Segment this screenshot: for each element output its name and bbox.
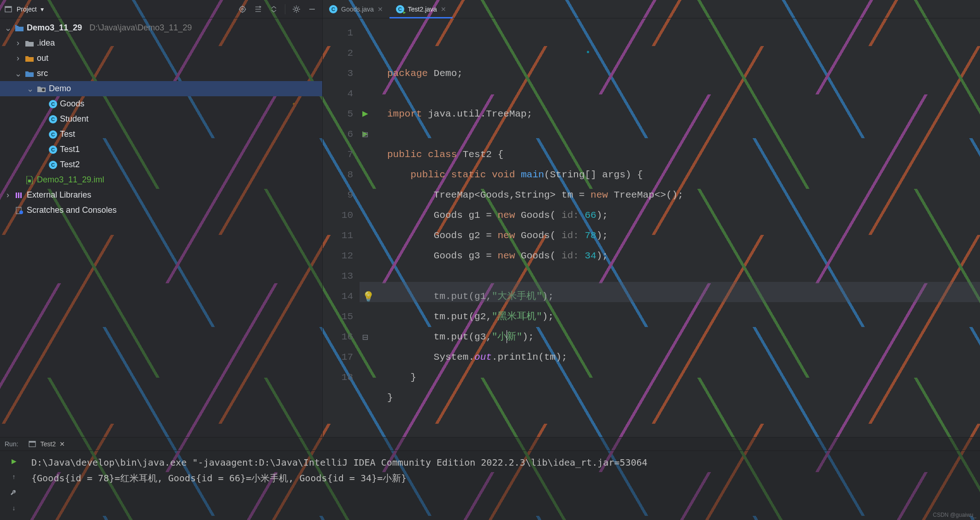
- code-token: TreeMap<Goods,String> tm =: [387, 190, 590, 200]
- code-token: new: [497, 251, 515, 261]
- line-number[interactable]: 10: [323, 205, 353, 226]
- chevron-right-icon[interactable]: ›: [14, 38, 22, 48]
- tab-label: Goods.java: [341, 6, 374, 13]
- chevron-right-icon[interactable]: ›: [14, 53, 22, 63]
- tree-scratches[interactable]: Scratches and Consoles: [0, 203, 322, 218]
- hide-panel-icon[interactable]: [306, 3, 319, 16]
- code-token: (String[] args) {: [544, 169, 643, 180]
- scroll-up-icon[interactable]: ↑: [7, 470, 20, 483]
- code-token: );: [596, 230, 608, 241]
- ext-label: External Libraries: [27, 190, 91, 200]
- select-opened-file-icon[interactable]: [236, 3, 249, 16]
- console-output[interactable]: D:\Java\develop\bin\java.exe "-javaagent…: [28, 451, 980, 520]
- code-token: 66: [585, 210, 596, 221]
- java-class-icon: C: [329, 5, 337, 13]
- watermark: CSDN @guaiwu_: [933, 512, 976, 518]
- svg-point-2: [240, 6, 245, 12]
- run-config-tab[interactable]: Test2 ✕: [23, 438, 70, 450]
- tree-class-test1[interactable]: CTest1: [0, 142, 322, 157]
- line-number[interactable]: 9: [323, 185, 353, 205]
- chevron-right-icon[interactable]: ›: [4, 190, 12, 200]
- close-icon[interactable]: ✕: [378, 6, 383, 13]
- code-text[interactable]: package Demo; import java.util.TreeMap; …: [360, 18, 980, 437]
- console-line: {Goods{id = 78}=红米耳机, Goods{id = 66}=小米手…: [31, 473, 407, 484]
- line-gutter[interactable]: 1 2 3 4 5 6 7 8 9 10 11 12 13 14 15 16 1…: [323, 18, 360, 437]
- tree-iml-file[interactable]: Demo3_11_29.iml: [0, 172, 322, 187]
- current-line-highlight: [360, 282, 980, 302]
- main-split: Project ▾ ⌄ Demo3_11_29 D:\Java\java\Dem…: [0, 0, 980, 437]
- tree-class-test[interactable]: CTest: [0, 127, 322, 142]
- expand-all-icon[interactable]: [252, 3, 265, 16]
- class-label: Goods: [60, 99, 84, 109]
- svg-rect-13: [15, 25, 17, 31]
- tree-external-libs[interactable]: ›External Libraries: [0, 187, 322, 203]
- tree-out-folder[interactable]: › out: [0, 51, 322, 66]
- line-number[interactable]: 4: [323, 84, 353, 104]
- settings-gear-icon[interactable]: [290, 3, 303, 16]
- line-number[interactable]: 18: [323, 368, 353, 388]
- code-token: );: [596, 251, 608, 261]
- tree-class-test2[interactable]: CTest2: [0, 157, 322, 172]
- line-number[interactable]: 7: [323, 145, 353, 165]
- line-number[interactable]: 3: [323, 64, 353, 84]
- code-token: new: [590, 190, 608, 200]
- tree-src-folder[interactable]: ⌄ src: [0, 66, 322, 81]
- tree-class-student[interactable]: CStudent: [0, 111, 322, 127]
- run-header: Run: Test2 ✕: [0, 438, 980, 451]
- svg-rect-16: [16, 193, 17, 198]
- svg-point-3: [242, 8, 243, 10]
- tab-test2[interactable]: C▸ Test2.java ✕: [390, 0, 453, 18]
- folder-icon: [25, 39, 34, 48]
- line-number[interactable]: 16: [323, 327, 353, 347]
- project-view-selector[interactable]: Project ▾: [4, 5, 44, 14]
- ide-root: Project ▾ ⌄ Demo3_11_29 D:\Java\java\Dem…: [0, 0, 980, 520]
- iml-file-icon: [25, 175, 34, 185]
- line-number[interactable]: 13: [323, 266, 353, 286]
- tree-root[interactable]: ⌄ Demo3_11_29 D:\Java\java\Demo3_11_29: [0, 20, 322, 35]
- svg-rect-22: [29, 441, 35, 443]
- close-icon[interactable]: ✕: [441, 6, 446, 13]
- param-hint: id:: [555, 210, 584, 221]
- rerun-icon[interactable]: ▶: [7, 455, 20, 467]
- line-number[interactable]: 15: [323, 307, 353, 327]
- line-number[interactable]: 14: [323, 286, 353, 307]
- close-icon[interactable]: ✕: [59, 440, 65, 448]
- line-number[interactable]: 12: [323, 246, 353, 266]
- code-editor[interactable]: 1 2 3 4 5 6 7 8 9 10 11 12 13 14 15 16 1…: [323, 18, 980, 437]
- folder-label: out: [37, 53, 48, 63]
- tree-idea-folder[interactable]: › .idea: [0, 35, 322, 51]
- chevron-down-icon[interactable]: ⌄: [26, 84, 34, 94]
- tree-package[interactable]: ⌄ Demo: [0, 81, 322, 96]
- line-number[interactable]: 2: [323, 43, 353, 64]
- scroll-down-icon[interactable]: ↓: [7, 502, 20, 514]
- line-number[interactable]: 5: [323, 104, 353, 124]
- wrench-icon[interactable]: [7, 486, 20, 499]
- run-config-icon: [28, 439, 37, 449]
- folder-label: src: [37, 69, 48, 78]
- console-line: D:\Java\develop\bin\java.exe "-javaagent…: [31, 457, 648, 468]
- separator: [285, 4, 285, 14]
- chevron-down-icon[interactable]: ⌄: [14, 69, 22, 79]
- line-number[interactable]: 1: [323, 23, 353, 43]
- java-class-icon: C: [49, 161, 57, 169]
- tree-class-goods[interactable]: CGoods: [0, 96, 322, 111]
- code-token: 新": [507, 332, 522, 342]
- line-number[interactable]: 8: [323, 165, 353, 185]
- code-token: 34: [585, 251, 596, 261]
- svg-point-11: [295, 8, 298, 11]
- collapse-all-icon[interactable]: [267, 3, 280, 16]
- tab-goods[interactable]: C Goods.java ✕: [323, 0, 390, 18]
- code-token: Goods(: [515, 230, 555, 241]
- line-number[interactable]: 17: [323, 347, 353, 368]
- project-tree[interactable]: ⌄ Demo3_11_29 D:\Java\java\Demo3_11_29 ›…: [0, 18, 322, 437]
- code-token: public: [410, 169, 445, 180]
- more-icon[interactable]: ≡: [7, 517, 20, 520]
- line-number[interactable]: 11: [323, 226, 353, 246]
- line-number[interactable]: 6: [323, 124, 353, 145]
- param-hint: id:: [555, 251, 584, 261]
- code-token: System.: [387, 352, 474, 362]
- chevron-down-icon[interactable]: ⌄: [4, 23, 12, 33]
- sidebar-toolbar: Project ▾: [0, 0, 322, 18]
- code-token: );: [522, 332, 534, 342]
- java-class-run-icon: C▸: [396, 5, 404, 13]
